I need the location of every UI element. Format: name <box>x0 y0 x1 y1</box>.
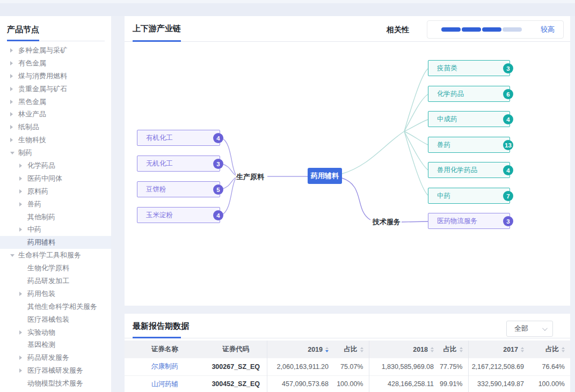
chevron-right-icon[interactable] <box>10 48 18 53</box>
chain-node[interactable]: 中药7 <box>428 188 510 204</box>
sidebar-item[interactable]: 贵重金属与矿石 <box>0 83 111 95</box>
sidebar-item[interactable]: 药品研发服务 <box>0 351 111 364</box>
sidebar-item[interactable]: 其他制药 <box>0 211 111 224</box>
sidebar-item-label: 黑色金属 <box>18 97 46 107</box>
security-name-link[interactable]: 尔康制药 <box>151 363 178 370</box>
upstream-connectors <box>221 138 308 215</box>
chevron-right-icon[interactable] <box>10 138 18 142</box>
sidebar-item[interactable]: 动物模型技术服务 <box>0 377 111 390</box>
chain-node[interactable]: 中成药4 <box>428 111 510 127</box>
column-header[interactable]: 占比 <box>439 341 468 358</box>
chevron-right-icon[interactable] <box>10 74 18 78</box>
connector-path <box>404 131 428 195</box>
sidebar-item-label: 化学药品 <box>27 161 55 171</box>
sidebar-item[interactable]: 中药 <box>0 223 111 236</box>
correlation-segment <box>503 27 522 32</box>
column-header[interactable]: 占比 <box>334 341 369 358</box>
chevron-right-icon[interactable] <box>10 125 18 129</box>
sidebar-item[interactable]: 生物化学原料 <box>0 262 111 275</box>
sidebar-item[interactable]: 实验动物贸易 <box>0 390 111 392</box>
sidebar-item-label: 制药 <box>18 148 32 158</box>
sidebar-item[interactable]: 医疗器械包装 <box>0 313 111 326</box>
sidebar-item[interactable]: 实验动物 <box>0 326 111 339</box>
column-header-label: 占比 <box>545 345 559 354</box>
center-node[interactable]: 药用辅料 <box>308 168 342 184</box>
sidebar-item[interactable]: 制药 <box>0 146 111 159</box>
connector-path <box>404 69 428 131</box>
sidebar-item-label: 其他生命科学相关服务 <box>27 302 97 312</box>
chevron-right-icon[interactable] <box>19 227 27 232</box>
column-header[interactable]: 2018 <box>369 341 439 358</box>
sidebar-item[interactable]: 纸制品 <box>0 121 111 134</box>
chevron-right-icon[interactable] <box>10 87 18 91</box>
chevron-right-icon[interactable] <box>19 356 27 360</box>
sidebar-item-label: 药用辅料 <box>27 238 55 247</box>
chevron-down-icon[interactable] <box>10 254 18 257</box>
sidebar-item[interactable]: 其他生命科学相关服务 <box>0 300 111 313</box>
sort-icon[interactable] <box>562 347 565 352</box>
connector-path <box>342 131 404 174</box>
sort-icon[interactable] <box>460 347 463 352</box>
table-row: 尔康制药300267_SZ_EQ2,060,163,911.2075.07%1,… <box>125 358 570 375</box>
sort-icon[interactable] <box>521 347 524 352</box>
chain-node[interactable]: 无机化工3 <box>137 156 220 172</box>
count-badge: 5 <box>213 184 223 195</box>
tab-industry-chain[interactable]: 上下游产业链 <box>133 24 181 34</box>
chain-node[interactable]: 化学药品6 <box>428 86 510 102</box>
chevron-right-icon[interactable] <box>19 330 27 335</box>
sidebar-item[interactable]: 药品研发加工 <box>0 275 111 287</box>
sidebar-item[interactable]: 医疗器械研发服务 <box>0 364 111 377</box>
amount-cell: 1,830,585,969.08 <box>369 358 439 375</box>
sort-icon[interactable] <box>325 347 329 352</box>
sidebar-item-label: 生物科技 <box>18 135 46 145</box>
sidebar-item[interactable]: 多种金属与采矿 <box>0 44 111 57</box>
chain-node-label: 有机化工 <box>146 134 173 143</box>
sidebar-item[interactable]: 生物科技 <box>0 134 111 146</box>
chain-node[interactable]: 有机化工4 <box>137 130 220 146</box>
sort-icon[interactable] <box>360 347 363 352</box>
sidebar-item[interactable]: 药用辅料 <box>0 236 111 249</box>
chevron-right-icon[interactable] <box>19 202 27 206</box>
column-header[interactable]: 占比 <box>529 341 570 358</box>
sidebar-item[interactable]: 药用包装 <box>0 287 111 300</box>
connector-path <box>221 179 236 215</box>
chevron-right-icon[interactable] <box>10 61 18 65</box>
chevron-right-icon[interactable] <box>19 176 27 181</box>
chevron-right-icon[interactable] <box>10 112 18 116</box>
sidebar-item[interactable]: 原料药 <box>0 185 111 198</box>
sidebar-item[interactable]: 医药中间体 <box>0 172 111 185</box>
chevron-right-icon[interactable] <box>19 164 27 168</box>
chevron-right-icon[interactable] <box>19 292 27 296</box>
count-badge: 4 <box>213 210 223 220</box>
column-header[interactable]: 2019 <box>267 341 334 358</box>
sidebar-item[interactable]: 有色金属 <box>0 57 111 70</box>
chain-node[interactable]: 医药物流服务3 <box>428 213 510 229</box>
amount-cell: 428,166,258.11 <box>369 375 439 392</box>
chain-node[interactable]: 玉米淀粉4 <box>137 207 220 223</box>
security-name-link[interactable]: 山河药辅 <box>151 380 178 388</box>
chevron-right-icon[interactable] <box>10 100 18 104</box>
downstream-production-connectors <box>342 69 428 195</box>
sort-icon[interactable] <box>431 347 434 352</box>
column-header[interactable]: 2017 <box>468 341 529 358</box>
sidebar-item[interactable]: 黑色金属 <box>0 95 111 108</box>
chain-node[interactable]: 疫苗类3 <box>428 60 510 76</box>
sidebar-item[interactable]: 兽药 <box>0 198 111 211</box>
chain-node[interactable]: 豆饼粉5 <box>137 181 220 197</box>
upstream-group-label: 生产原料 <box>236 172 264 182</box>
chain-node[interactable]: 兽药13 <box>428 137 510 153</box>
product-tree: 多种金属与采矿有色金属煤与消费用燃料贵重金属与矿石黑色金属林业产品纸制品生物科技… <box>0 44 111 392</box>
chevron-down-icon[interactable] <box>10 152 18 154</box>
chain-node[interactable]: 兽用化学药品4 <box>428 162 510 178</box>
sidebar-item[interactable]: 基因检测 <box>0 338 111 351</box>
sidebar-item-label: 动物模型技术服务 <box>27 379 83 388</box>
filter-dropdown-value: 全部 <box>514 324 528 334</box>
sidebar-item[interactable]: 林业产品 <box>0 108 111 121</box>
sidebar-item[interactable]: 生命科学工具和服务 <box>0 249 111 262</box>
tab-latest-report-data[interactable]: 最新报告期数据 <box>133 321 189 331</box>
sidebar-item[interactable]: 煤与消费用燃料 <box>0 70 111 83</box>
chevron-right-icon[interactable] <box>19 189 27 194</box>
filter-dropdown[interactable]: 全部 <box>506 321 553 337</box>
chevron-right-icon[interactable] <box>19 368 27 373</box>
sidebar-item[interactable]: 化学药品 <box>0 159 111 172</box>
